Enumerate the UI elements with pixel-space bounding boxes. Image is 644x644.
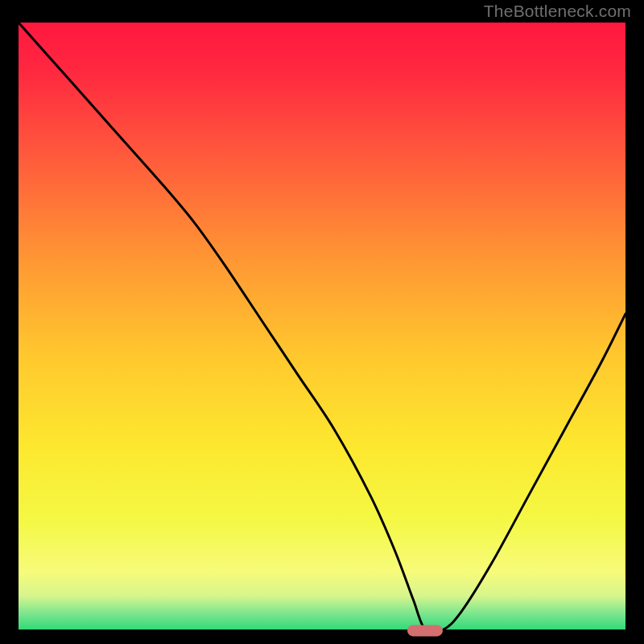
watermark-text: TheBottleneck.com: [484, 2, 631, 21]
chart-frame: TheBottleneck.com: [0, 0, 644, 644]
chart-svg: [19, 23, 625, 630]
gradient-backdrop: [19, 23, 625, 630]
plot-area: [19, 23, 625, 630]
